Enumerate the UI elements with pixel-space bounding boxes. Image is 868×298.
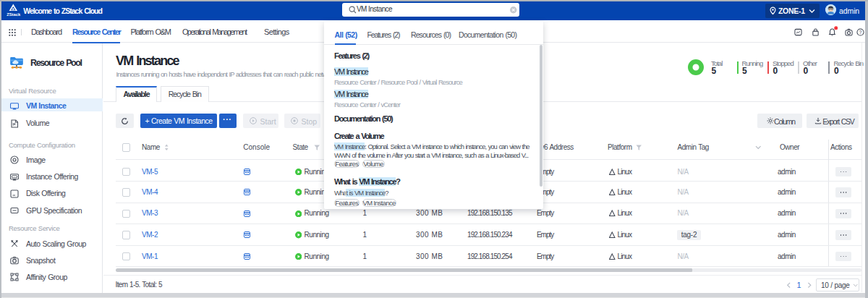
svg-text:ZStack: ZStack — [7, 12, 21, 17]
svg-text:?: ? — [859, 30, 862, 35]
